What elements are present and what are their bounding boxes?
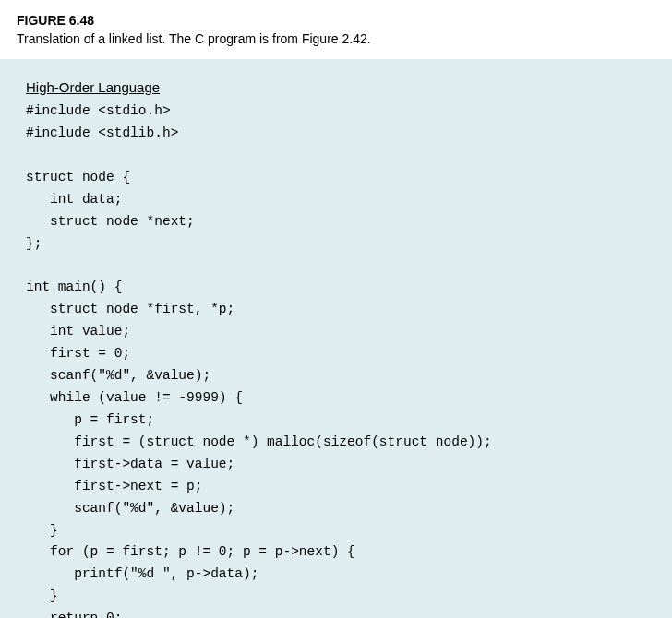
figure-caption: Translation of a linked list. The C prog… (17, 31, 655, 46)
code-area: High-Order Language #include <stdio.h> #… (0, 59, 672, 618)
figure-number: FIGURE 6.48 (17, 13, 655, 28)
figure-header: FIGURE 6.48 Translation of a linked list… (0, 0, 672, 59)
code-block: #include <stdio.h> #include <stdlib.h> s… (26, 101, 655, 618)
section-title: High-Order Language (26, 79, 160, 95)
